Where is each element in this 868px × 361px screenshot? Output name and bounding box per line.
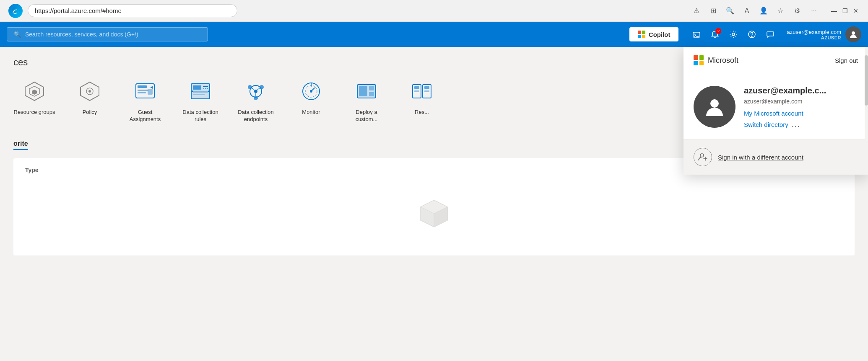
guest-assignments-icon-wrap — [132, 78, 159, 105]
panel-scrollbar[interactable] — [865, 47, 868, 175]
search-icon: 🔍 — [14, 31, 21, 38]
restore-button[interactable]: ❐ — [841, 7, 849, 15]
main-content: ces Resource groups — [0, 47, 868, 361]
svg-rect-21 — [193, 85, 201, 90]
data-collection-endpoints-icon-wrap — [242, 78, 269, 105]
more-options-button[interactable]: ... — [792, 120, 800, 129]
notification-icon[interactable]: 2 — [707, 26, 723, 42]
browser-icon-4[interactable]: Α — [742, 6, 751, 15]
service-item-data-collection-rules[interactable]: Data collection rules — [179, 78, 221, 123]
panel-user-section: azuser@example.c... azuser@example.com M… — [683, 74, 868, 139]
data-collection-rules-icon-wrap — [187, 78, 214, 105]
svg-point-31 — [254, 96, 258, 100]
browser-more-icon[interactable]: ··· — [809, 6, 819, 15]
minimize-button[interactable]: — — [830, 7, 838, 15]
service-item-policy[interactable]: Policy — [69, 78, 111, 123]
svg-rect-17 — [148, 89, 153, 95]
svg-point-3 — [732, 33, 735, 36]
service-item-resources[interactable]: Res... — [401, 78, 443, 123]
deploy-custom-icon-wrap — [353, 78, 380, 105]
user-info: azuser@example.com AZUSER — [787, 29, 841, 40]
close-button[interactable]: ✕ — [852, 7, 860, 15]
copilot-ms-logo — [638, 31, 645, 38]
ms-logo-large — [694, 55, 704, 65]
add-account-icon — [694, 148, 712, 166]
svg-rect-51 — [424, 90, 429, 92]
help-icon[interactable] — [744, 26, 760, 42]
address-bar[interactable]: https://portal.azure.com/#home — [28, 4, 237, 17]
notification-badge: 2 — [715, 28, 721, 34]
user-avatar[interactable] — [845, 26, 861, 42]
svg-marker-9 — [32, 90, 37, 95]
policy-label: Policy — [83, 109, 97, 116]
resources-icon-wrap — [408, 78, 435, 105]
svg-point-6 — [852, 31, 855, 35]
switch-directory-row: Switch directory ... — [744, 120, 858, 129]
user-email-display: azuser@example.com — [787, 29, 841, 35]
svg-rect-24 — [193, 91, 208, 93]
service-item-guest-assignments[interactable]: Guest Assignments — [124, 78, 166, 123]
switch-directory-link[interactable]: Switch directory — [744, 121, 788, 128]
search-bar[interactable]: 🔍 Search resources, services, and docs (… — [7, 27, 208, 41]
svg-point-40 — [310, 90, 312, 93]
edge-browser-icon — [8, 4, 23, 18]
favorite-tab[interactable]: orite — [13, 140, 28, 150]
deploy-custom-label: Deploy a custom... — [346, 109, 387, 123]
svg-rect-15 — [138, 90, 148, 91]
panel-header: Microsoft Sign out — [683, 47, 868, 74]
svg-point-29 — [248, 85, 252, 89]
browser-icon-5[interactable]: 👤 — [759, 6, 768, 15]
panel-footer: Sign in with a different account — [683, 139, 868, 175]
monitor-icon-wrap — [298, 78, 325, 105]
empty-state — [22, 180, 846, 247]
svg-point-56 — [700, 154, 704, 157]
browser-icon-1[interactable]: ⚠ — [692, 6, 701, 15]
cloud-shell-icon[interactable] — [689, 26, 704, 42]
big-avatar — [694, 86, 735, 128]
user-section[interactable]: azuser@example.com AZUSER — [787, 26, 861, 42]
svg-rect-16 — [138, 92, 146, 93]
settings-icon[interactable] — [725, 26, 741, 42]
resource-groups-label: Resource groups — [14, 109, 55, 116]
svg-rect-14 — [138, 85, 147, 88]
copilot-button[interactable]: Copilot — [629, 27, 679, 41]
browser-icons: ⚠ ⊞ 🔍 Α 👤 ☆ ⚙ ··· — [692, 6, 819, 15]
svg-rect-49 — [424, 86, 429, 89]
top-icons: 2 — [689, 26, 778, 42]
panel-microsoft-logo: Microsoft — [694, 55, 738, 65]
svg-point-55 — [710, 99, 719, 108]
panel-user-display-name: azuser@example.c... — [744, 86, 853, 95]
microsoft-label: Microsoft — [708, 56, 738, 65]
browser-icon-2[interactable]: ⊞ — [709, 6, 718, 15]
search-placeholder: Search resources, services, and docs (G+… — [25, 31, 138, 38]
browser-settings-icon[interactable]: ⚙ — [793, 6, 802, 15]
svg-point-12 — [88, 90, 91, 93]
sign-in-different-button[interactable]: Sign in with a different account — [718, 154, 803, 161]
browser-favorite-icon[interactable]: ☆ — [776, 6, 785, 15]
service-item-resource-groups[interactable]: Resource groups — [13, 78, 55, 123]
svg-line-32 — [252, 88, 254, 90]
feedback-icon[interactable] — [762, 26, 778, 42]
resources-label: Res... — [415, 109, 429, 116]
service-item-deploy-custom[interactable]: Deploy a custom... — [346, 78, 387, 123]
svg-rect-44 — [369, 86, 374, 90]
svg-rect-43 — [359, 86, 367, 96]
browser-icon-3[interactable]: 🔍 — [725, 6, 735, 15]
svg-point-5 — [752, 36, 753, 37]
resource-groups-icon-wrap — [21, 78, 48, 105]
service-item-data-collection-endpoints[interactable]: Data collection endpoints — [235, 78, 277, 123]
svg-point-35 — [254, 90, 257, 93]
service-item-monitor[interactable]: Monitor — [290, 78, 332, 123]
svg-line-33 — [257, 88, 260, 90]
window-controls: — ❐ ✕ — [830, 7, 860, 15]
policy-icon-wrap — [76, 78, 103, 105]
my-microsoft-account-link[interactable]: My Microsoft account — [744, 110, 858, 117]
svg-rect-50 — [414, 90, 419, 92]
sign-out-button[interactable]: Sign out — [835, 57, 858, 64]
data-collection-rules-label: Data collection rules — [179, 109, 221, 123]
svg-rect-25 — [193, 94, 205, 95]
svg-rect-45 — [369, 92, 374, 96]
user-details: azuser@example.c... azuser@example.com M… — [744, 86, 858, 129]
panel-user-email: azuser@example.com — [744, 98, 858, 105]
guest-assignments-label: Guest Assignments — [124, 109, 166, 123]
